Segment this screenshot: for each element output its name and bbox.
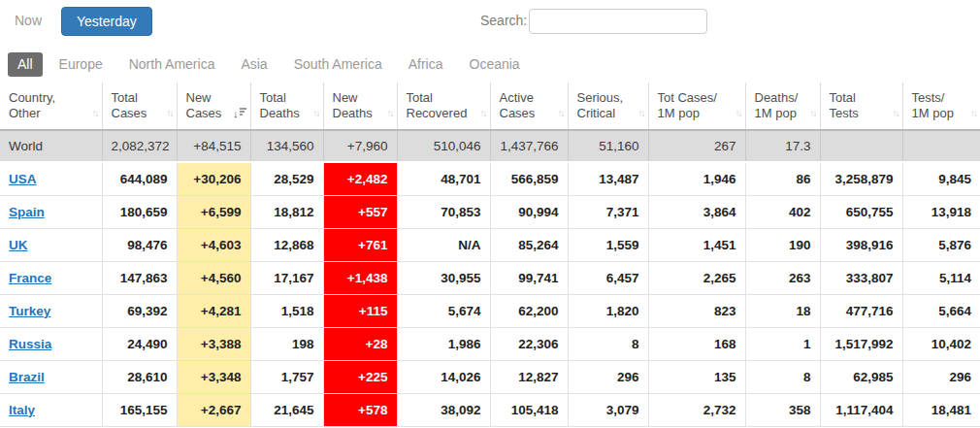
value-cell-deaths-per-1m: 190 [745, 228, 820, 261]
column-label-line1: New [186, 90, 233, 106]
value-cell-total-deaths: 17,167 [250, 261, 323, 294]
value-cell-serious-critical: 8 [568, 327, 648, 360]
country-cell: Spain [0, 195, 102, 228]
sort-both-icon: ↑↓ [480, 106, 486, 121]
country-link[interactable]: Spain [9, 205, 45, 219]
tab-africa[interactable]: Africa [399, 52, 453, 77]
top-toolbar: Now Yesterday Search: [0, 0, 980, 50]
value-cell-new-cases: +3,348 [177, 360, 250, 393]
column-label-line1: Total [407, 90, 473, 106]
covid-stats-table: Country,Other↑↓TotalCases↑↓NewCases↓Tota… [0, 82, 980, 427]
value-cell-total-recovered: N/A [397, 228, 490, 261]
column-header-active-cases[interactable]: ActiveCases↑↓ [490, 82, 568, 130]
value-cell-total-tests: 650,755 [820, 195, 902, 228]
value-cell-serious-critical: 1,559 [568, 228, 648, 261]
column-label-line1: Deaths/ [755, 90, 802, 106]
value-cell-total-cases: 644,089 [102, 162, 177, 195]
value-cell-total-tests: 3,258,879 [820, 162, 902, 195]
world-value-cell: 267 [648, 130, 745, 162]
tab-oceania[interactable]: Oceania [460, 52, 530, 77]
world-value-cell [902, 130, 980, 162]
value-cell-cases-per-1m: 1,946 [648, 162, 745, 195]
country-cell: Russia [0, 327, 102, 360]
table-row: Turkey69,392+4,2811,518+1155,67462,2001,… [0, 294, 980, 327]
country-link[interactable]: Russia [9, 337, 51, 351]
value-cell-deaths-per-1m: 8 [745, 360, 820, 393]
sort-both-icon: ↑↓ [893, 106, 898, 121]
value-cell-total-deaths: 12,868 [250, 228, 323, 261]
value-cell-tests-per-1m: 5,114 [902, 261, 980, 294]
value-cell-cases-per-1m: 3,864 [648, 195, 745, 228]
search-input[interactable] [529, 9, 707, 34]
table-row: France147,863+4,56017,167+1,43830,95599,… [0, 261, 980, 294]
country-cell: Italy [0, 393, 102, 426]
column-label-line1: Country, [9, 90, 84, 106]
column-header-total-deaths[interactable]: TotalDeaths↑↓ [250, 82, 323, 130]
value-cell-serious-critical: 3,079 [568, 393, 648, 426]
column-label-line2: 1M pop [755, 106, 802, 121]
value-cell-total-cases: 180,659 [102, 195, 177, 228]
value-cell-active-cases: 99,741 [490, 261, 568, 294]
sort-both-icon: ↑↓ [167, 106, 173, 121]
column-header-total-recovered[interactable]: TotalRecovered↑↓ [397, 82, 490, 130]
sort-both-icon: ↑↓ [638, 106, 644, 121]
sort-both-icon: ↑↓ [735, 106, 741, 121]
column-label-line2: 1M pop [658, 106, 728, 121]
value-cell-deaths-per-1m: 358 [745, 393, 820, 426]
column-header-new-deaths[interactable]: NewDeaths↑↓ [323, 82, 397, 130]
value-cell-cases-per-1m: 135 [648, 360, 745, 393]
value-cell-tests-per-1m: 10,402 [902, 327, 980, 360]
sort-both-icon: ↑↓ [387, 106, 393, 121]
table-row: Russia24,490+3,388198+281,98622,30681681… [0, 327, 980, 360]
column-label-line1: Tests/ [912, 90, 964, 106]
column-label-line2: Recovered [407, 106, 473, 121]
column-label-line2: 1M pop [912, 106, 964, 121]
column-header-cases-per-1m[interactable]: Tot Cases/1M pop↑↓ [648, 82, 745, 130]
search-label: Search: [480, 13, 527, 28]
tab-south-america[interactable]: South America [284, 52, 392, 77]
tab-north-america[interactable]: North America [119, 52, 225, 77]
column-header-country[interactable]: Country,Other↑↓ [0, 82, 102, 130]
value-cell-total-deaths: 21,645 [250, 393, 323, 426]
world-value-cell: 134,560 [250, 130, 323, 162]
sort-both-icon: ↑↓ [970, 106, 976, 121]
value-cell-cases-per-1m: 2,732 [648, 393, 745, 426]
sort-both-icon: ↑↓ [313, 106, 319, 121]
value-cell-active-cases: 22,306 [490, 327, 568, 360]
column-header-new-cases[interactable]: NewCases↓ [177, 82, 250, 130]
country-link[interactable]: Brazil [9, 370, 45, 384]
tab-all[interactable]: All [8, 52, 43, 77]
column-header-total-cases[interactable]: TotalCases↑↓ [102, 82, 177, 130]
yesterday-button[interactable]: Yesterday [61, 7, 152, 36]
value-cell-active-cases: 105,418 [490, 393, 568, 426]
column-label-line2: Cases [186, 106, 233, 121]
country-link[interactable]: Turkey [9, 304, 50, 318]
value-cell-new-cases: +4,603 [177, 228, 250, 261]
sort-both-icon: ↑↓ [558, 106, 564, 121]
country-link[interactable]: Italy [9, 403, 35, 417]
value-cell-new-cases: +30,206 [177, 162, 250, 195]
country-link[interactable]: USA [9, 172, 37, 186]
value-cell-tests-per-1m: 13,918 [902, 195, 980, 228]
country-cell: Brazil [0, 360, 102, 393]
column-header-total-tests[interactable]: TotalTests↑↓ [820, 82, 902, 130]
value-cell-total-deaths: 18,812 [250, 195, 323, 228]
tab-europe[interactable]: Europe [49, 52, 113, 77]
value-cell-deaths-per-1m: 1 [745, 327, 820, 360]
sort-both-icon: ↑↓ [92, 106, 98, 121]
column-header-tests-per-1m[interactable]: Tests/1M pop↑↓ [902, 82, 980, 130]
column-header-serious-critical[interactable]: Serious,Critical↑↓ [568, 82, 648, 130]
country-cell: UK [0, 228, 102, 261]
table-row: Italy165,155+2,66721,645+57838,092105,41… [0, 393, 980, 426]
value-cell-tests-per-1m: 18,481 [902, 393, 980, 426]
value-cell-new-cases: +2,667 [177, 393, 250, 426]
country-link[interactable]: France [9, 271, 51, 285]
column-label-line2: Deaths [260, 106, 306, 121]
column-label-line2: Cases [112, 106, 159, 121]
country-link[interactable]: UK [9, 238, 28, 252]
value-cell-total-recovered: 38,092 [397, 393, 490, 426]
value-cell-total-recovered: 5,674 [397, 294, 490, 327]
now-toggle[interactable]: Now [15, 13, 42, 28]
tab-asia[interactable]: Asia [231, 52, 277, 77]
column-header-deaths-per-1m[interactable]: Deaths/1M pop↑↓ [745, 82, 820, 130]
